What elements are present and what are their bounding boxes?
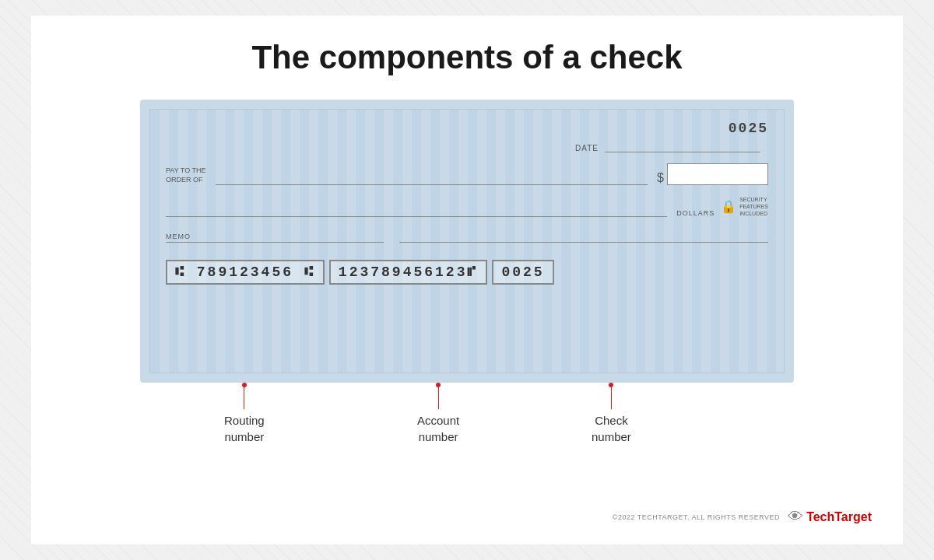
pay-to-label: PAY TO THE ORDER OF [166,166,206,185]
check-inner: 0025 DATE PAY TO THE ORDER OF $ DOLLARS [149,109,785,373]
memo-label: MEMO [166,233,384,240]
footer: ©2022 TECHTARGET. ALL RIGHTS RESERVED 👁 … [62,502,872,529]
techtarget-icon: 👁 [788,508,803,526]
check-number-display: 0025 [729,121,768,136]
pay-to-row: PAY TO THE ORDER OF $ [166,163,768,185]
footer-copyright: ©2022 TECHTARGET. ALL RIGHTS RESERVED [613,513,780,521]
page-container: The components of a check 0025 DATE PAY … [31,16,903,544]
label-account: Account number [417,383,459,445]
micr-check: 0025 [492,260,553,285]
security-badge: 🔒 SECURITY FEATURES INCLUDED [721,196,768,217]
memo-row: MEMO [166,233,768,243]
micr-routing: ⑆ 789123456 ⑆ [166,260,325,285]
dollars-label: DOLLARS [676,209,715,217]
account-connector [438,387,439,409]
dollar-sign: $ [657,171,664,185]
check-outer: 0025 DATE PAY TO THE ORDER OF $ DOLLARS [140,100,794,383]
memo-section: MEMO [166,233,384,243]
amount-box [667,163,768,185]
check-connector [611,387,612,409]
label-routing: Routing number [224,383,265,445]
lock-icon: 🔒 [721,199,736,214]
account-label-text: Account number [417,412,459,445]
footer-brand: TechTarget [806,510,872,524]
date-label: DATE [575,144,599,152]
signature-line [399,242,768,243]
check-label-text: Check number [592,412,631,445]
memo-line [166,242,384,243]
label-check: Check number [592,383,631,445]
routing-connector [244,387,244,409]
security-text: SECURITY FEATURES INCLUDED [739,196,768,217]
micr-row: ⑆ 789123456 ⑆ 123789456123⑈ 0025 [166,260,768,285]
labels-container: Routing number Account number Check [140,383,794,453]
footer-logo: 👁 TechTarget [788,508,872,526]
pay-to-line [216,184,648,185]
micr-account: 123789456123⑈ [329,260,488,285]
routing-label-text: Routing number [224,412,265,445]
page-title: The components of a check [251,39,682,76]
dollars-line [166,216,667,217]
date-row: DATE [166,144,768,152]
dollars-row: DOLLARS 🔒 SECURITY FEATURES INCLUDED [166,196,768,217]
date-line [605,152,760,152]
